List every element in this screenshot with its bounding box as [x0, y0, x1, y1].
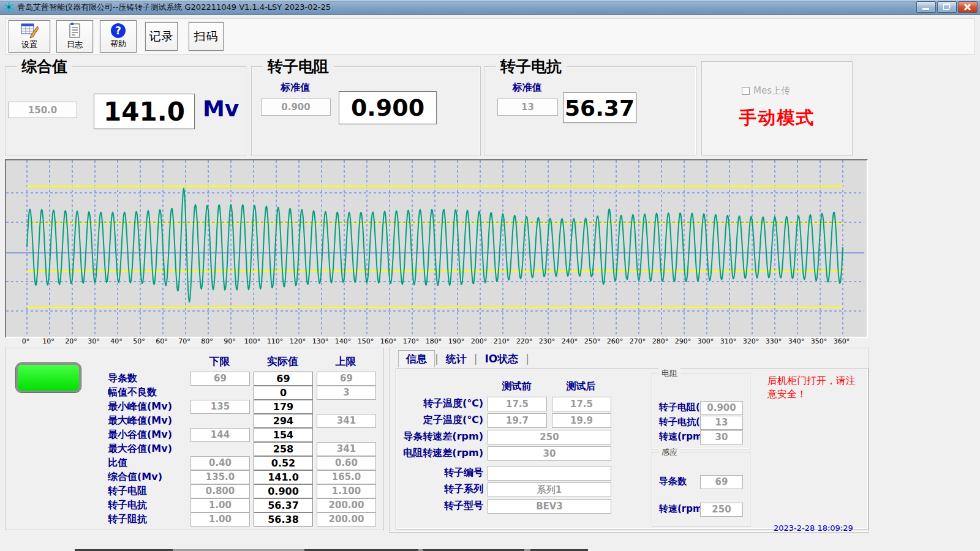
x-tick-label: 330° [763, 337, 784, 345]
x-tick-label: 50° [129, 337, 149, 345]
resistance-group-title: 电阻 [658, 368, 680, 379]
x-tick-label: 280° [650, 337, 671, 345]
chart-x-axis: 0°10°20°30°40°50°60°70°80°90°100°110°120… [5, 337, 893, 347]
composite-value-display: 141.0 [94, 94, 195, 129]
log-label: 日志 [67, 39, 83, 50]
x-tick-label: 130° [310, 337, 331, 345]
tab-statistics[interactable]: 统计 [439, 351, 474, 367]
record-button[interactable]: 记录 [145, 22, 178, 51]
settings-label: 设置 [21, 39, 37, 50]
settings-button[interactable]: 设置 [9, 20, 50, 53]
x-tick-label: 170° [401, 337, 421, 345]
bar-speed-diff-label: 导条转速差(rpm) [390, 430, 483, 443]
x-tick-label: 300° [695, 337, 716, 345]
rotor-series-field[interactable]: 系列1 [488, 482, 611, 497]
pass-status-light [16, 363, 81, 392]
row-label: 比值 [108, 457, 127, 470]
x-tick-label: 260° [605, 337, 625, 345]
app-icon [4, 2, 14, 12]
actual-field: 0.900 [254, 484, 313, 498]
lower-field: 69 [190, 372, 250, 386]
mode-status-text: 手动模式 [702, 106, 852, 130]
induction-group-title: 感应 [658, 447, 680, 458]
minimize-icon [922, 8, 929, 10]
x-tick-label: 10° [38, 337, 59, 345]
upper-field: 165.0 [317, 470, 376, 484]
row-label: 转子电抗 [108, 499, 147, 512]
actual-field: 69 [254, 372, 313, 386]
results-panel: 下限 实际值 上限 导条数 69 69 69 幅值不良数 0 3 最小峰值(Mv… [5, 348, 384, 530]
upper-field: 0.60 [317, 456, 376, 470]
x-tick-label: 190° [446, 337, 467, 345]
help-button[interactable]: ? 帮助 [100, 20, 137, 53]
res-group-r1-field: 0.900 [700, 401, 743, 415]
res-group-r3-field: 30 [700, 430, 743, 444]
before-test-header: 测试前 [488, 380, 546, 393]
resistance-standard-field: 0.900 [261, 99, 331, 116]
lower-field: 144 [190, 428, 250, 442]
waveform-svg [6, 160, 864, 334]
rotor-model-field[interactable]: BEV3 [488, 499, 611, 514]
row-label: 综合值(Mv) [108, 471, 162, 484]
ind-group-r1-label: 导条数 [659, 476, 687, 487]
log-icon [68, 23, 81, 39]
mode-panel: Mes上传 手动模式 [701, 61, 853, 156]
lower-field: 1.00 [190, 512, 250, 527]
actual-field: 56.38 [254, 512, 313, 527]
help-label: 帮助 [110, 39, 126, 50]
composite-value-panel: 综合值 150.0 141.0 Mv [5, 66, 246, 156]
x-tick-label: 30° [83, 337, 104, 345]
x-tick-label: 0° [15, 337, 36, 345]
res-speed-diff-field: 30 [488, 446, 611, 461]
close-button[interactable] [958, 1, 978, 13]
upper-field: 3 [317, 386, 376, 400]
minimize-button[interactable] [916, 1, 936, 13]
lower-field: 135 [190, 400, 250, 414]
res-group-r2-field: 13 [700, 416, 743, 430]
restore-icon [943, 4, 949, 10]
res-speed-diff-label: 电阻转速差(rpm) [390, 447, 483, 460]
x-tick-label: 70° [174, 337, 195, 345]
actual-field: 56.37 [254, 498, 313, 512]
upper-field: 341 [317, 442, 376, 456]
x-tick-label: 220° [514, 337, 535, 345]
upper-field: 69 [317, 372, 376, 386]
rotor-temp-label: 转子温度(℃) [390, 397, 483, 410]
lower-field: 0.40 [190, 456, 250, 470]
x-tick-label: 160° [378, 337, 399, 345]
rotor-model-label: 转子型号 [390, 500, 483, 512]
x-tick-label: 340° [786, 337, 807, 345]
x-tick-label: 290° [673, 337, 693, 345]
row-label: 幅值不良数 [108, 386, 157, 399]
reactance-standard-label: 标准值 [497, 81, 557, 94]
scan-button[interactable]: 扫码 [189, 22, 224, 51]
x-tick-label: 100° [242, 337, 263, 345]
x-tick-label: 80° [197, 337, 217, 345]
upper-field: 200.00 [317, 498, 376, 512]
tab-info[interactable]: 信息 [398, 350, 435, 367]
resistance-standard-label: 标准值 [261, 81, 330, 94]
actual-field: 141.0 [254, 470, 313, 484]
res-group-r3-label: 转速(rpm) [659, 431, 706, 443]
mes-upload-checkbox[interactable] [742, 87, 750, 95]
rotor-reactance-panel: 转子电抗 标准值 13 56.37 [484, 66, 696, 156]
actual-field: 0 [254, 386, 313, 400]
x-tick-label: 240° [559, 337, 580, 345]
row-label: 最大谷值(Mv) [108, 443, 172, 455]
upper-field: 341 [317, 414, 376, 428]
row-label: 导条数 [108, 372, 137, 385]
log-button[interactable]: 日志 [56, 20, 93, 53]
x-tick-label: 250° [582, 337, 603, 345]
bar-speed-diff-field: 250 [488, 430, 611, 444]
rotor-no-input[interactable] [488, 466, 611, 481]
x-tick-label: 60° [151, 337, 172, 345]
rotor-series-label: 转子系列 [390, 483, 483, 496]
x-tick-label: 230° [537, 337, 557, 345]
restore-button[interactable] [937, 1, 957, 13]
x-tick-label: 210° [491, 337, 512, 345]
tab-io-status[interactable]: IO状态 [477, 351, 526, 367]
lower-field: 0.800 [190, 484, 250, 498]
x-tick-label: 120° [287, 337, 308, 345]
app-window: { "window": { "title": "青岛艾普智能仪器有限公司--压铸… [0, 0, 980, 551]
rotor-resistance-panel: 转子电阻 标准值 0.900 0.900 [251, 66, 481, 156]
